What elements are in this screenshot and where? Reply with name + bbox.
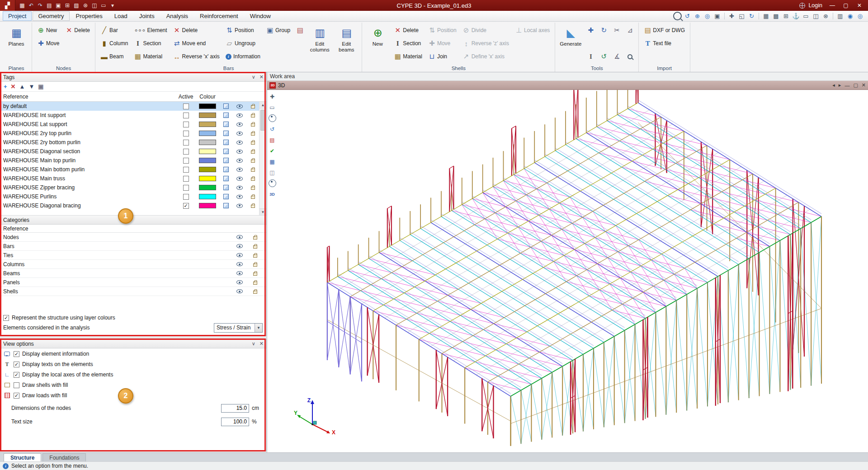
active-checkbox[interactable] xyxy=(183,113,189,118)
scrollbar-thumb[interactable] xyxy=(260,110,266,131)
cube-icon[interactable] xyxy=(223,113,229,118)
document-icon[interactable]: ▭ xyxy=(99,1,108,9)
calc-grid-icon[interactable]: ▦ xyxy=(269,158,276,165)
ruler-icon[interactable]: ▭ xyxy=(802,12,810,20)
reverse-x-axis-button[interactable]: ↔Reverse 'x' axis xyxy=(171,51,222,62)
new-button[interactable]: ⊕New xyxy=(35,25,61,36)
eye-icon[interactable] xyxy=(236,262,243,266)
eye-icon[interactable] xyxy=(236,177,243,181)
menu-tab-window[interactable]: Window xyxy=(245,11,276,21)
3d-viewport[interactable]: ✚▭↺▤✔▦◫3D Z X Y xyxy=(267,90,868,452)
mesh-icon[interactable]: ▩ xyxy=(772,12,780,20)
lock-icon[interactable] xyxy=(251,132,255,136)
colour-swatch[interactable] xyxy=(199,203,216,208)
load-grid-icon[interactable]: ▤ xyxy=(269,136,276,144)
active-checkbox[interactable] xyxy=(183,203,189,209)
eye-icon[interactable] xyxy=(236,159,243,163)
align-tool-icon[interactable]: ⊿ xyxy=(624,25,636,36)
lock-icon[interactable] xyxy=(251,160,255,163)
category-row-columns[interactable]: Columns xyxy=(0,260,266,269)
redraw-icon[interactable]: ↻ xyxy=(747,12,756,20)
text-size-input[interactable] xyxy=(221,418,249,426)
active-checkbox[interactable] xyxy=(183,103,189,109)
tag-row[interactable]: WAREHOUSE 2ry top purlin xyxy=(0,129,259,138)
lock-icon[interactable] xyxy=(253,254,257,258)
lock-icon[interactable] xyxy=(251,196,255,199)
eye-icon[interactable] xyxy=(236,204,243,208)
lock-icon[interactable] xyxy=(251,205,255,208)
lock-icon[interactable] xyxy=(253,245,257,249)
maximize-button[interactable]: ▢ xyxy=(839,1,853,10)
eye-tool-icon[interactable] xyxy=(269,179,276,187)
join-button[interactable]: ⊔Join xyxy=(426,51,459,62)
add-tag-icon[interactable]: + xyxy=(4,83,7,90)
category-row-shells[interactable]: Shells xyxy=(0,287,266,296)
colour-swatch[interactable] xyxy=(199,122,216,127)
group-button[interactable]: ▣Group xyxy=(264,25,292,36)
active-checkbox[interactable] xyxy=(183,185,189,191)
cube-icon[interactable] xyxy=(223,194,229,199)
plane-tool-icon[interactable]: ▭ xyxy=(269,103,276,111)
tag-row[interactable]: WAREHOUSE Diagonal section xyxy=(0,147,259,156)
pan-icon[interactable]: ✚ xyxy=(727,12,736,20)
tag-row[interactable]: by default xyxy=(0,102,259,111)
collapse-icon[interactable]: ∨ xyxy=(252,341,255,347)
axes-tool-icon[interactable]: ✚ xyxy=(269,93,276,100)
generate-button[interactable]: ◣Generate xyxy=(558,24,583,63)
delete-button[interactable]: ✕Delete xyxy=(63,25,92,36)
active-checkbox[interactable] xyxy=(183,131,189,136)
cube-icon[interactable] xyxy=(223,203,229,208)
move-tool-icon[interactable]: ✚ xyxy=(585,25,596,36)
tag-row[interactable]: WAREHOUSE Main top purlin xyxy=(0,156,259,165)
colour-swatch[interactable] xyxy=(199,185,216,190)
eye-icon[interactable] xyxy=(236,141,243,145)
windows-icon[interactable]: ⊞ xyxy=(782,12,790,20)
dxf-or-dwg-button[interactable]: ▤DXF or DWG xyxy=(642,25,687,36)
eye-icon[interactable] xyxy=(236,244,243,248)
layer-colours-checkbox[interactable] xyxy=(3,315,9,321)
local-axes-button[interactable]: ⊥Local axes xyxy=(513,25,552,36)
tag-row[interactable]: WAREHOUSE Purlins xyxy=(0,192,259,201)
cube-icon[interactable] xyxy=(223,149,229,154)
lock-icon[interactable] xyxy=(251,123,255,127)
next-view-icon[interactable]: ▸ xyxy=(839,82,841,88)
position-button[interactable]: ⇅Position xyxy=(426,25,459,36)
eye-icon[interactable] xyxy=(236,168,243,172)
visibility-tool-icon[interactable] xyxy=(269,114,276,122)
tab-structure[interactable]: Structure xyxy=(4,453,41,461)
display-the-local-axes-of-the-elements-checkbox[interactable] xyxy=(14,372,19,378)
move-button[interactable]: ✚Move xyxy=(35,38,61,49)
text-file-button[interactable]: TText file xyxy=(642,38,687,49)
cube-icon[interactable] xyxy=(223,167,229,172)
orbit-tool-icon[interactable]: ↺ xyxy=(598,51,609,62)
active-checkbox[interactable] xyxy=(183,149,189,155)
zoom-tool-icon[interactable] xyxy=(624,51,636,62)
3d-structure-model[interactable] xyxy=(267,90,868,452)
active-checkbox[interactable] xyxy=(183,167,189,173)
material-button[interactable]: ▦Material xyxy=(392,51,425,62)
zoom-window-icon[interactable]: ◱ xyxy=(737,12,746,20)
check-view-icon[interactable]: ✔ xyxy=(269,147,276,155)
edit-beams-button[interactable]: ▤Edit beams xyxy=(334,24,359,63)
menu-tab-properties[interactable]: Properties xyxy=(71,11,108,21)
monitor-icon[interactable]: ▥ xyxy=(836,12,844,20)
tools-icon[interactable]: ⊗ xyxy=(821,12,830,20)
position-button[interactable]: ⇅Position xyxy=(223,25,263,36)
colour-swatch[interactable] xyxy=(199,149,216,154)
section-view-icon[interactable]: ◫ xyxy=(811,12,820,20)
scroll-up-icon[interactable]: ▲ xyxy=(259,102,266,108)
eye-icon[interactable] xyxy=(236,113,243,118)
three-d-icon[interactable]: 3D xyxy=(269,190,276,198)
category-row-panels[interactable]: Panels xyxy=(0,278,266,287)
delete-button[interactable]: ✕Delete xyxy=(392,25,425,36)
display-texts-on-the-elements-checkbox[interactable] xyxy=(14,362,19,367)
delete-tag-icon[interactable]: ✕ xyxy=(11,83,16,90)
edit-columns-button[interactable]: ▥Edit columns xyxy=(307,24,332,63)
copy-icon[interactable]: ▣ xyxy=(54,1,62,9)
material-button[interactable]: ▦Material xyxy=(132,51,169,62)
eye-icon[interactable] xyxy=(236,122,243,127)
previous-view-icon[interactable]: ◂ xyxy=(832,82,835,88)
lock-icon[interactable] xyxy=(253,273,257,276)
divide-button[interactable]: ⊘Divide xyxy=(460,25,511,36)
colour-swatch[interactable] xyxy=(199,194,216,199)
